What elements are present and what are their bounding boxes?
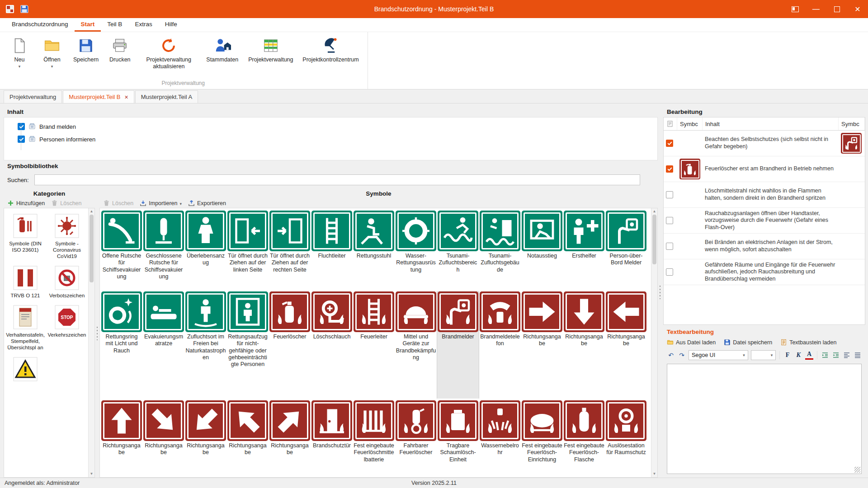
text-editor[interactable] — [667, 364, 862, 474]
scrollbar[interactable]: ▲ ▼ — [88, 208, 94, 477]
menu-start[interactable]: Start — [75, 18, 101, 32]
ribbon-projektverwaltung-button[interactable]: Projektverwaltung — [245, 35, 297, 64]
symbol-tile-fest-eingebaute-feuerl-sch-flasche[interactable]: Fest eingebaute Feuerlösch-Flasche — [563, 400, 605, 477]
splitter-handle[interactable] — [95, 188, 99, 478]
scrollbar-thumb[interactable] — [652, 215, 656, 264]
symbol-tile-fest-eingebaute-feuerl-schmittelbatterie[interactable]: Fest eingebaute Feuerlöschmittelbatterie — [353, 400, 395, 477]
symbol-tile-person-ber-bord-melder[interactable]: Person-über-Bord Melder — [605, 210, 647, 290]
symbol-tile-ersthelfer[interactable]: Ersthelfer — [563, 210, 605, 290]
symbol-tile-t-r-ffnet-durch-ziehen-auf-der-linken-seite[interactable]: Tür öffnet durch Ziehen auf der linken S… — [227, 210, 269, 290]
checkbox-checked[interactable] — [666, 140, 673, 147]
symbol-tile-tsunami-zufluchtsbereich[interactable]: Tsunami-Zufluchtsbereich — [437, 210, 479, 290]
scroll-down-icon[interactable]: ▼ — [90, 471, 94, 477]
scroll-up-icon[interactable]: ▲ — [90, 208, 94, 215]
font-size-select[interactable]: ▾ — [751, 350, 776, 360]
bold-button[interactable]: F — [783, 351, 792, 360]
font-family-select[interactable]: Segoe UI▾ — [689, 350, 748, 360]
checkbox-checked[interactable] — [18, 123, 25, 130]
ribbon-projektkontrollzentrum-button[interactable]: Projektkontrollzentrum — [300, 35, 362, 64]
symbol-tile-mittel-und-ger-te-zur-brandbek-mpfung[interactable]: Mittel und Geräte zur Brandbekämpfung — [395, 291, 437, 399]
import-button[interactable]: Importieren ▾ — [140, 200, 182, 206]
bearbeitung-row[interactable]: Löschmittelstrahl nicht wahllos in die F… — [664, 182, 865, 208]
symbol-tile-l-schschlauch[interactable]: Löschschlauch — [311, 291, 353, 399]
ribbon-stammdaten-button[interactable]: Stammdaten — [203, 35, 242, 64]
symbol-tile-richtungsangabe[interactable]: Richtungsangabe — [605, 291, 647, 399]
symbol-tile-richtungsangabe[interactable]: Richtungsangabe — [269, 400, 311, 477]
bearbeitung-row[interactable]: Bei Bränden an elektrischen Anlagen ist … — [664, 234, 865, 259]
bearbeitung-row[interactable]: Rauchabzugsanlagen öffnen über Handtaste… — [664, 208, 865, 234]
symbol-tile-geschlossene-rutsche-f-r-schiffsevakuierung[interactable]: Geschlossene Rutsche für Schiffsevakuier… — [143, 210, 184, 290]
tab-projektverwaltung[interactable]: Projektverwaltung — [4, 90, 62, 103]
italic-button[interactable]: K — [794, 351, 802, 360]
category-item-symbole-coronavirus-covid19[interactable]: Symbole - Coronavirus CoVid19 — [47, 214, 87, 259]
category-item-verkehrszeichen[interactable]: STOPVerkehrszeichen — [47, 305, 87, 351]
scroll-up-icon[interactable]: ▲ — [653, 208, 656, 215]
close-button[interactable]: ✕ — [847, 0, 868, 18]
delete-category-button[interactable]: Löschen — [51, 200, 81, 206]
symbol-tile-brandschutzt-r[interactable]: Brandschutztür — [311, 400, 353, 477]
symbol-tile-evakuierungsmatratze[interactable]: Evakuierungsmatratze — [143, 291, 184, 399]
checkbox-unchecked[interactable] — [666, 268, 673, 276]
textbaustein-laden-button[interactable]: Textbaustein laden — [780, 339, 836, 346]
ribbon-neu-button[interactable]: Neu▾ — [5, 35, 34, 70]
bearbeitung-row[interactable]: Feuerlöscher erst am Brandherd in Betrie… — [664, 156, 865, 182]
symbol-tile-fahrbarer-feuerl-scher[interactable]: Fahrbarer Feuerlöscher — [395, 400, 437, 477]
symbol-tile-feuerleiter[interactable]: Feuerleiter — [353, 291, 395, 399]
scrollbar[interactable]: ▲ ▼ — [651, 208, 657, 477]
ribbon-ffnen-button[interactable]: Öffnen▾ — [37, 35, 67, 70]
ribbon-drucken-button[interactable]: Drucken — [105, 35, 135, 64]
symbol-tile-feuerl-scher[interactable]: Feuerlöscher — [269, 291, 311, 399]
redo-icon[interactable]: ↷ — [678, 351, 686, 360]
splitter-handle[interactable] — [658, 106, 662, 478]
undo-icon[interactable]: ↶ — [667, 351, 675, 360]
symbol-tile-zufluchtsort-im-freien-bei-naturkatastrophen[interactable]: Zufluchtsort im Freien bei Naturkatastro… — [185, 291, 226, 399]
category-item-verbotszeichen[interactable]: Verbotszeichen — [47, 266, 87, 299]
symbol-tile-richtungsangabe[interactable]: Richtungsangabe — [185, 400, 226, 477]
menu-teil-b[interactable]: Teil B — [101, 18, 128, 32]
search-input[interactable] — [34, 174, 640, 185]
symbol-tile-richtungsangabe[interactable]: Richtungsangabe — [143, 400, 184, 477]
symbol-tile-richtungsangabe[interactable]: Richtungsangabe — [101, 400, 142, 477]
column-header-symbc[interactable]: Symbc — [839, 117, 865, 130]
menu-brandschutzordnung[interactable]: Brandschutzordnung — [5, 18, 75, 32]
bearbeitung-row[interactable]: Gefährdete Räume und Eingänge für die Fe… — [664, 259, 865, 285]
bearbeitung-row[interactable]: Beachten des Selbstschutzes (sich selbst… — [664, 131, 865, 156]
quick-save-icon[interactable] — [20, 5, 29, 14]
checkbox-unchecked[interactable] — [666, 217, 673, 224]
indent-increase-icon[interactable] — [832, 351, 840, 360]
category-item-trvb-o-121[interactable]: TRVB O 121 — [5, 266, 46, 299]
scrollbar-thumb[interactable] — [90, 215, 94, 282]
checkbox-unchecked[interactable] — [666, 243, 673, 250]
column-header-icon[interactable] — [664, 117, 677, 130]
checkbox-checked[interactable] — [666, 165, 673, 173]
export-button[interactable]: Exportieren — [188, 200, 226, 206]
category-item-symbole-din-iso-23601[interactable]: Symbole (DIN ISO 23601) — [5, 214, 46, 259]
indent-decrease-icon[interactable] — [821, 351, 829, 360]
resize-grip[interactable] — [854, 467, 860, 473]
symbol-tile-berlebensanzug[interactable]: Überlebensanzug — [185, 210, 226, 290]
column-header-symbc[interactable]: Symbc — [677, 117, 703, 130]
align-justify-icon[interactable] — [854, 351, 862, 360]
delete-symbol-button[interactable]: Löschen — [103, 200, 133, 206]
ribbon-projektverwaltung-aktualisieren-button[interactable]: Projektverwaltung aktualisieren — [137, 35, 200, 71]
symbol-tile-notausstieg[interactable]: Notausstieg — [521, 210, 563, 290]
symbol-tile-t-r-ffnet-durch-ziehen-auf-der-rechten-seite[interactable]: Tür öffnet durch Ziehen auf der rechten … — [269, 210, 311, 290]
tab-musterprojekt-teil-b[interactable]: Musterprojekt.Teil B× — [63, 90, 134, 103]
symbol-tile-ausl-sestation-f-r-raumschutz[interactable]: Auslösestation für Raumschutz — [605, 400, 647, 477]
aus-datei-laden-button[interactable]: Aus Datei laden — [667, 339, 716, 346]
symbol-tile-wasser-rettungsausr-stung[interactable]: Wasser-Rettungsausrüstung — [395, 210, 437, 290]
ribbon-speichern-button[interactable]: Speichern — [70, 35, 102, 64]
maximize-button[interactable] — [826, 0, 847, 18]
scroll-down-icon[interactable]: ▼ — [653, 471, 656, 477]
symbol-tile-brandmeldetelefon[interactable]: Brandmeldetelefon — [479, 291, 521, 399]
symbol-tile-richtungsangabe[interactable]: Richtungsangabe — [521, 291, 563, 399]
close-icon[interactable]: × — [124, 94, 128, 100]
symbol-tile-tsunami-zufluchtsgeb-ude[interactable]: Tsunami-Zufluchtsgebäude — [479, 210, 521, 290]
symbol-tile-richtungsangabe[interactable]: Richtungsangabe — [227, 400, 269, 477]
tree-item-brand-melden[interactable]: Brand melden — [4, 120, 657, 133]
menu-hilfe[interactable]: Hilfe — [159, 18, 184, 32]
checkbox-unchecked[interactable] — [666, 191, 673, 198]
symbol-tile-richtungsangabe[interactable]: Richtungsangabe — [563, 291, 605, 399]
symbol-tile-brandmelder[interactable]: Brandmelder — [437, 291, 479, 399]
symbol-tile-wassernebelrohr[interactable]: Wassernebelrohr — [479, 400, 521, 477]
